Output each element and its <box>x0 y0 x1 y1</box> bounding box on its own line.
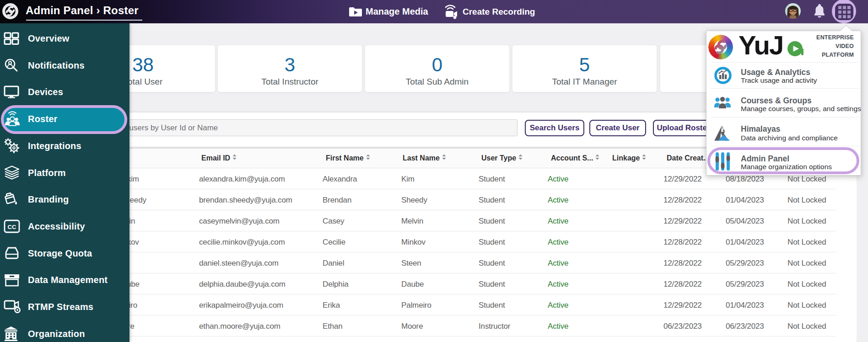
svg-text:CC: CC <box>8 224 16 230</box>
